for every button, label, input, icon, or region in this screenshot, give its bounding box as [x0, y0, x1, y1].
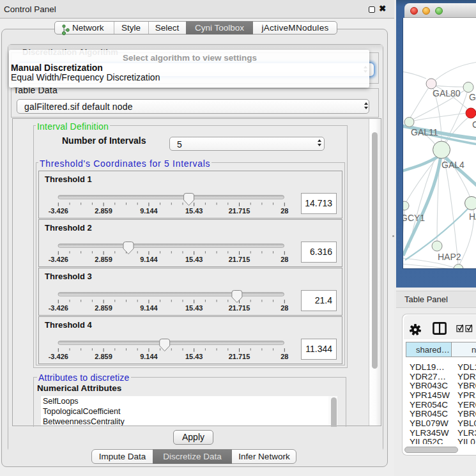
svg-text:21.715: 21.715	[229, 207, 250, 215]
svg-text:15.43: 15.43	[185, 353, 203, 360]
svg-text:GAL4: GAL4	[441, 160, 464, 170]
svg-text:28: 28	[280, 353, 288, 360]
svg-text:GA: GA	[469, 92, 476, 102]
svg-text:2.859: 2.859	[95, 304, 112, 312]
svg-text:21.715: 21.715	[229, 353, 250, 360]
svg-text:28: 28	[280, 207, 288, 215]
svg-text:21.715: 21.715	[229, 304, 250, 312]
svg-text:-3.426: -3.426	[49, 304, 68, 312]
svg-text:9.144: 9.144	[140, 353, 158, 360]
svg-text:GAL80: GAL80	[433, 88, 461, 98]
svg-text:9.144: 9.144	[140, 304, 158, 312]
svg-text:CD: CD	[472, 119, 476, 130]
svg-text:GAL11: GAL11	[411, 127, 438, 137]
svg-text:-3.426: -3.426	[49, 256, 68, 263]
svg-text:HAP2: HAP2	[438, 252, 461, 262]
svg-text:9.144: 9.144	[140, 207, 158, 215]
svg-text:HA: HA	[469, 211, 476, 222]
svg-text:15.43: 15.43	[185, 304, 203, 312]
svg-text:2.859: 2.859	[95, 256, 112, 263]
svg-text:28: 28	[280, 304, 288, 312]
svg-text:15.43: 15.43	[185, 256, 203, 263]
svg-text:15.43: 15.43	[185, 207, 203, 215]
svg-text:-3.426: -3.426	[49, 353, 68, 360]
svg-text:2.859: 2.859	[95, 353, 112, 360]
svg-text:2.859: 2.859	[95, 207, 112, 215]
svg-text:21.715: 21.715	[229, 256, 250, 263]
svg-text:-3.426: -3.426	[49, 207, 68, 215]
svg-text:28: 28	[280, 256, 288, 263]
svg-text:GCY1: GCY1	[403, 213, 425, 223]
svg-text:9.144: 9.144	[140, 256, 158, 263]
